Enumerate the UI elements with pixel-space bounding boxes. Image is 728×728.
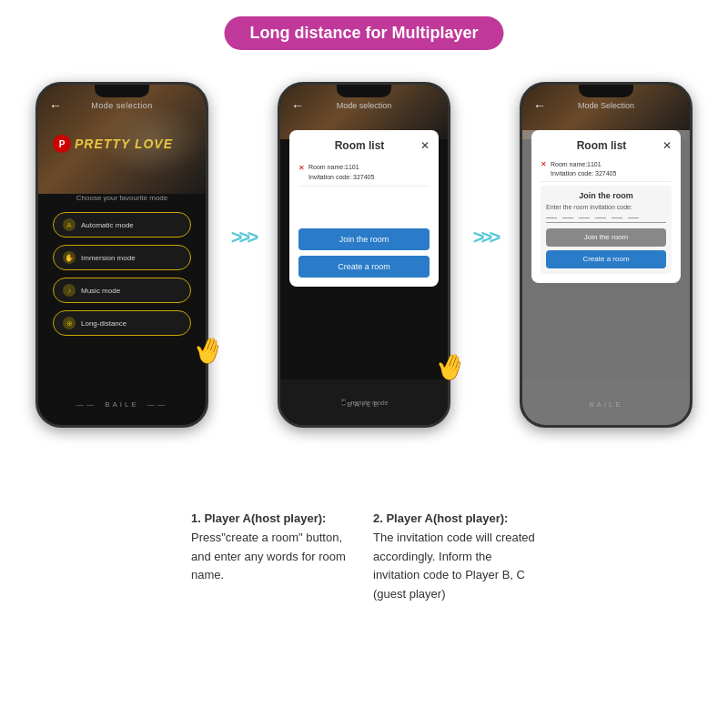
phone3: ← Mode Selection Room list ✕ ✕ Room name… — [520, 82, 693, 428]
longdistance-icon: ⊕ — [63, 317, 76, 329]
phone3-dialog-title: Room list — [541, 139, 662, 152]
phone1-logo-pretty: PRETTY — [75, 136, 130, 151]
phone1-subtitle: Choose your favourite mode — [38, 194, 206, 202]
phone1: ← Mode selection P PRETTY LOVE Choose yo… — [35, 82, 208, 428]
banner-text: Long distance for Multiplayer — [249, 24, 478, 42]
top-banner: Long distance for Multiplayer — [224, 16, 503, 50]
arrow-chevrons-2: >>> — [473, 228, 498, 248]
phone2-dialog-title: Room list — [298, 139, 420, 152]
step2-title-text: 2. Player A(host player): — [373, 511, 508, 525]
phone2-title: Mode selection — [337, 101, 392, 110]
immersion-icon: ✋ — [63, 251, 76, 264]
phone1-baile-text: BAILE — [105, 400, 139, 409]
phone3-header: ← Mode Selection — [522, 101, 690, 110]
phone2-baile-text: BAILE — [347, 400, 381, 409]
phone3-close-btn[interactable]: ✕ — [662, 139, 672, 152]
phone2-join-label: Join the room — [339, 235, 389, 244]
phone1-btn-immersion[interactable]: ✋ Immersion mode — [53, 245, 191, 270]
step1-title: 1. Player A(host player): — [191, 510, 355, 529]
phone1-logo-icon: P — [53, 135, 71, 153]
phone1-notch — [95, 85, 149, 97]
step1-body: Press"create a room" button, and enter a… — [191, 529, 355, 585]
phone2-invitation: Invitation code: 327405 — [308, 173, 374, 183]
phone2-join-btn[interactable]: Join the room — [298, 228, 430, 250]
phone2-wrapper: ← Mode selection Room list ✕ ✕ Room name… — [278, 82, 450, 428]
bottom-descriptions: 1. Player A(host player): Press"create a… — [0, 510, 728, 604]
dash-3 — [579, 217, 590, 218]
dash-4 — [595, 217, 606, 218]
phone1-longdistance-label: Long-distance — [81, 319, 126, 328]
music-icon: ♪ — [63, 284, 76, 297]
phone3-create-label: Create a room — [582, 255, 629, 263]
phone2-dialog: Room list ✕ ✕ Room name:1101 Invitation … — [289, 130, 439, 287]
phone3-back-arrow[interactable]: ← — [533, 98, 546, 113]
phones-row: ← Mode selection P PRETTY LOVE Choose yo… — [0, 82, 728, 428]
step2-col: 2. Player A(host player): The invitation… — [373, 510, 537, 604]
phone1-music-label: Music mode — [81, 287, 120, 295]
step1-col: 1. Player A(host player): Press"create a… — [191, 510, 355, 604]
phone1-btn-longdistance[interactable]: ⊕ Long-distance — [53, 310, 191, 336]
phone3-room-name: Room name:1101 — [551, 160, 616, 169]
phone3-notch — [579, 85, 633, 97]
phone3-dialog-header: Room list ✕ — [541, 139, 672, 152]
phone1-buttons: A Automatic mode ✋ Immersion mode ♪ Musi… — [53, 212, 191, 336]
arrow-1: >>> — [225, 228, 261, 248]
phone1-wrapper: ← Mode selection P PRETTY LOVE Choose yo… — [35, 82, 208, 428]
dash-5 — [612, 217, 622, 218]
phone3-join-section: Join the room Enter the room invitation … — [541, 186, 672, 274]
phone1-baile: BAILE — [38, 400, 206, 409]
auto-icon: A — [63, 218, 76, 231]
phone3-join-btn[interactable]: Join the room — [546, 228, 666, 247]
phone3-dialog: Room list ✕ ✕ Room name:1101 Invitation … — [531, 130, 681, 283]
phone1-immersion-label: Immersion mode — [81, 254, 136, 262]
phone3-create-btn[interactable]: Create a room — [546, 250, 666, 268]
phone2-room-name: Room name:1101 — [308, 163, 374, 173]
step1-title-text: 1. Player A(host player): — [191, 511, 326, 525]
phone2-room-item: ✕ Room name:1101 Invitation code: 327405 — [298, 159, 430, 187]
phone2-create-btn[interactable]: Create a room — [298, 256, 430, 278]
phone3-title: Mode Selection — [578, 101, 634, 110]
phone3-join-title: Join the room — [546, 191, 666, 200]
dash-6 — [628, 217, 639, 218]
phone3-invitation: Invitation code: 327405 — [551, 169, 616, 178]
phone1-auto-label: Automatic mode — [81, 221, 134, 229]
phone3-invite-label: Enter the room invitation code: — [546, 204, 666, 210]
step2-title: 2. Player A(host player): — [373, 510, 537, 529]
phone2-baile: BAILE — [280, 400, 448, 409]
phone2-close-btn[interactable]: ✕ — [420, 139, 430, 152]
phone1-header: ← Mode selection — [38, 101, 206, 110]
phone3-screen: ← Mode Selection Room list ✕ ✕ Room name… — [522, 85, 690, 425]
phone3-room-x: ✕ — [541, 160, 547, 168]
phone2: ← Mode selection Room list ✕ ✕ Room name… — [278, 82, 450, 428]
phone1-logo-p: P — [59, 139, 66, 149]
phone2-create-label: Create a room — [338, 262, 390, 271]
arrow-2: >>> — [467, 228, 503, 248]
phone2-room-x: ✕ — [298, 164, 305, 172]
phone2-header: ← Mode selection — [280, 101, 448, 110]
dash-1 — [546, 217, 557, 218]
phone1-title: Mode selection — [91, 101, 153, 110]
arrow-chevrons-1: >>> — [231, 228, 256, 248]
phone2-notch — [337, 85, 391, 97]
phone2-back-arrow[interactable]: ← — [291, 98, 304, 113]
phone1-logo-text: PRETTY LOVE — [75, 136, 173, 151]
phone1-btn-music[interactable]: ♪ Music mode — [53, 278, 191, 303]
phone3-room-info: Room name:1101 Invitation code: 327405 — [551, 160, 616, 178]
phone2-screen: ← Mode selection Room list ✕ ✕ Room name… — [280, 85, 448, 425]
phone3-room-item: ✕ Room name:1101 Invitation code: 327405 — [541, 157, 672, 182]
phone1-back-arrow[interactable]: ← — [49, 98, 62, 113]
step2-body: The invitation code will created accordi… — [373, 529, 537, 604]
phone1-screen: ← Mode selection P PRETTY LOVE Choose yo… — [38, 85, 206, 425]
phone3-wrapper: ← Mode Selection Room list ✕ ✕ Room name… — [520, 82, 693, 428]
phone3-join-label: Join the room — [584, 233, 628, 241]
dash-2 — [562, 217, 573, 218]
phone2-dialog-header: Room list ✕ — [298, 139, 430, 152]
phone1-logo-love: LOVE — [135, 136, 173, 151]
phone1-btn-auto[interactable]: A Automatic mode — [53, 212, 191, 238]
phone2-room-info: Room name:1101 Invitation code: 327405 — [308, 163, 374, 182]
phone1-logo: P PRETTY LOVE — [53, 135, 173, 153]
phone2-spacer — [298, 192, 430, 228]
phone3-code-field[interactable] — [546, 214, 666, 223]
